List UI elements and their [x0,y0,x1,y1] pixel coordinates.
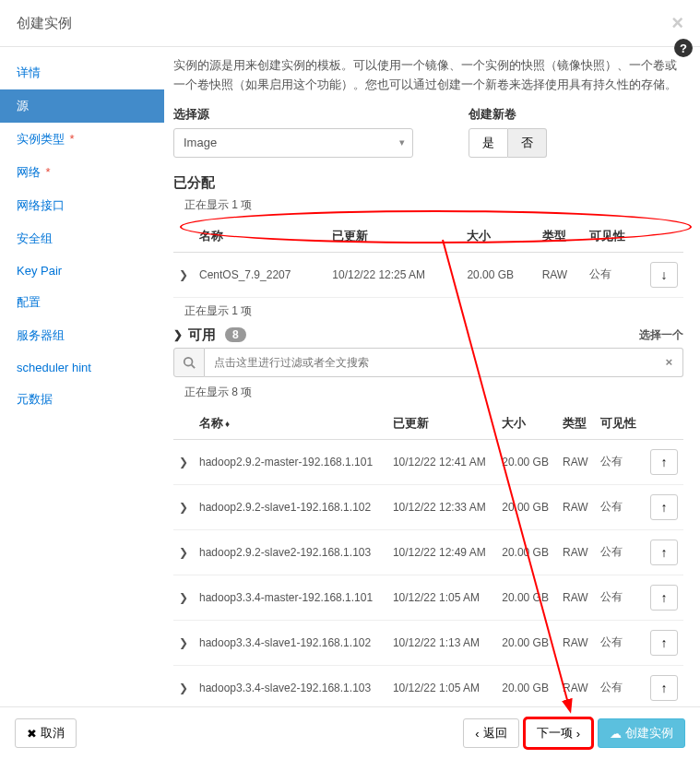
sidebar-item-7[interactable]: 配置 [0,286,164,319]
cell-type: RAW [557,484,596,529]
cell-updated: 10/12/22 12:41 AM [387,439,496,484]
allocate-button[interactable]: ↑ [650,494,678,520]
cell-updated: 10/12/22 1:13 AM [387,620,496,665]
cell-size: 20.00 GB [496,575,557,620]
expand-icon[interactable]: ❯ [173,620,194,665]
sidebar-item-4[interactable]: 网络接口 [0,189,164,222]
cell-type: RAW [557,575,596,620]
expand-icon[interactable]: ❯ [173,439,194,484]
allocate-button[interactable]: ↑ [650,630,678,656]
available-table: 名称♦ 已更新 大小 类型 可见性 ❯ hadoop2.9.2-master-1… [173,408,683,706]
allocate-button[interactable]: ↑ [650,585,678,611]
cell-name: hadoop2.9.2-master-192.168.1.101 [194,439,387,484]
chevron-right-icon: › [576,727,580,741]
cell-type: RAW [537,252,584,297]
times-icon: ✖ [27,727,37,741]
back-button[interactable]: ‹返回 [463,718,518,748]
cell-type: RAW [557,665,596,706]
svg-point-0 [184,357,193,365]
available-title: 可用 [188,326,216,344]
sidebar-item-6[interactable]: Key Pair [0,255,164,286]
modal-title: 创建实例 [17,15,72,32]
col-size: 大小 [496,408,557,440]
col-visibility: 可见性 [595,408,645,440]
table-row: ❯ hadoop3.3.4-slave1-192.168.1.102 10/12… [173,620,683,665]
select-source-dropdown[interactable]: Image [173,128,413,158]
expand-icon[interactable]: ❯ [173,252,194,297]
sidebar-item-3[interactable]: 网络 * [0,156,164,189]
table-row: ❯ hadoop2.9.2-slave2-192.168.1.103 10/12… [173,529,683,575]
create-volume-yes[interactable]: 是 [469,128,508,158]
sidebar-item-2[interactable]: 实例类型 * [0,123,164,156]
col-name-sortable[interactable]: 名称♦ [194,408,387,440]
available-displaying-top: 正在显示 8 项 [184,385,683,400]
sort-icon: ♦ [225,419,230,429]
cell-name: hadoop3.3.4-slave2-192.168.1.103 [194,665,387,706]
select-one-text: 选择一个 [639,327,683,343]
allocate-button[interactable]: ↑ [650,675,678,701]
col-name: 名称 [194,220,326,253]
cell-updated: 10/12/22 12:25 AM [326,252,461,297]
launch-button[interactable]: ☁创建实例 [598,718,685,748]
allocate-button[interactable]: ↑ [650,540,678,565]
cloud-upload-icon: ☁ [610,727,622,741]
allocate-button[interactable]: ↑ [650,449,678,475]
cell-updated: 10/12/22 1:05 AM [387,665,496,706]
table-row: ❯ hadoop3.3.4-slave2-192.168.1.103 10/12… [173,665,683,706]
cell-visibility: 公有 [595,575,645,620]
cell-visibility: 公有 [595,620,645,665]
cell-name: hadoop3.3.4-slave1-192.168.1.102 [194,620,387,665]
create-volume-no[interactable]: 否 [508,128,547,158]
help-icon[interactable]: ? [674,39,693,57]
cell-visibility: 公有 [595,529,645,575]
cell-size: 20.00 GB [496,529,557,575]
allocated-title: 已分配 [173,174,683,192]
close-icon[interactable]: × [671,11,683,35]
allocated-displaying-top: 正在显示 1 项 [184,197,683,213]
expand-icon[interactable]: ❯ [173,665,194,706]
deallocate-button[interactable]: ↓ [650,262,678,288]
cell-updated: 10/12/22 1:05 AM [387,575,496,620]
search-input[interactable] [205,348,656,377]
main-panel: 实例的源是用来创建实例的模板。可以使用一个镜像、一个实例的快照（镜像快照）、一个… [164,47,700,706]
cell-visibility: 公有 [584,252,645,297]
sidebar-item-10[interactable]: 元数据 [0,383,164,416]
cell-name: hadoop2.9.2-slave1-192.168.1.102 [194,484,387,529]
cell-size: 20.00 GB [496,439,557,484]
table-row: ❯ hadoop3.3.4-master-192.168.1.101 10/12… [173,575,683,620]
cell-name: CentOS_7.9_2207 [194,252,326,297]
sidebar-item-1[interactable]: 源 [0,89,164,123]
cell-type: RAW [557,529,596,575]
cell-size: 20.00 GB [461,252,536,297]
cell-type: RAW [557,439,596,484]
cell-updated: 10/12/22 12:49 AM [387,529,496,575]
available-count-badge: 8 [225,327,246,342]
next-button[interactable]: 下一项› [525,718,592,748]
cell-updated: 10/12/22 12:33 AM [387,484,496,529]
col-updated: 已更新 [387,408,496,440]
cell-type: RAW [557,620,596,665]
sidebar-item-0[interactable]: 详情 [0,56,164,89]
sidebar-item-5[interactable]: 安全组 [0,222,164,255]
sidebar-item-9[interactable]: scheduler hint [0,352,164,383]
cell-visibility: 公有 [595,439,645,484]
sidebar-item-8[interactable]: 服务器组 [0,319,164,352]
create-volume-label: 创建新卷 [469,106,547,123]
cell-visibility: 公有 [595,484,645,529]
clear-search-icon[interactable]: × [656,348,683,377]
expand-icon[interactable]: ❯ [173,575,194,620]
cell-visibility: 公有 [595,665,645,706]
expand-icon[interactable]: ❯ [173,529,194,575]
col-type: 类型 [557,408,596,440]
select-source-value: Image [184,136,217,149]
cancel-button[interactable]: ✖取消 [15,718,77,748]
cell-size: 20.00 GB [496,484,557,529]
chevron-left-icon: ‹ [475,727,479,741]
col-size: 大小 [461,220,536,253]
col-type: 类型 [537,220,584,253]
available-title-row[interactable]: ❯ 可用 8 选择一个 [173,326,683,344]
table-row: ❯ hadoop2.9.2-slave1-192.168.1.102 10/12… [173,484,683,529]
search-icon[interactable] [173,348,205,377]
expand-icon[interactable]: ❯ [173,484,194,529]
cell-size: 20.00 GB [496,665,557,706]
